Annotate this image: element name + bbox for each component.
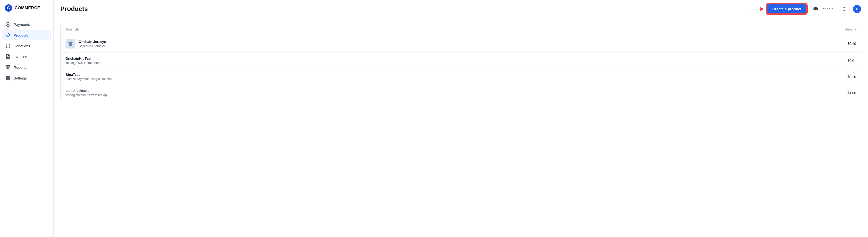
row-left: BinaTest A small payment using alt token…	[65, 73, 112, 81]
product-amount: $0.20	[847, 75, 856, 79]
sidebar-item-label: Invoices	[13, 55, 27, 59]
sidebar-item-reports[interactable]: Reports	[2, 62, 51, 72]
product-info: BinaTest A small payment using alt token…	[65, 73, 112, 81]
sidebar-item-invoices[interactable]: Invoices	[2, 51, 51, 62]
product-info: test checkouts testing checkouts from th…	[65, 89, 107, 97]
product-subtitle: testing checkouts from the api	[65, 93, 107, 97]
svg-point-1	[7, 24, 9, 25]
file-text-icon	[5, 54, 11, 59]
main-content: Products Create a product	[54, 0, 868, 237]
col-amount-label: Amount	[845, 28, 856, 31]
sidebar-item-donations[interactable]: Donations	[2, 41, 51, 51]
product-info: Onchain Jerseys BasedBall Jerseys	[79, 40, 106, 48]
product-name: test checkouts	[65, 89, 107, 93]
sidebar-item-label: Reports	[13, 65, 27, 70]
sidebar-item-label: Payments	[13, 22, 30, 27]
svg-point-22	[844, 10, 845, 11]
sidebar-logo[interactable]: C COMMERCE	[0, 0, 53, 16]
circle-dot-icon	[5, 22, 11, 27]
grid-icon	[842, 7, 847, 11]
sidebar-item-payments[interactable]: Payments	[2, 19, 51, 29]
table-row[interactable]: test checkouts testing checkouts from th…	[61, 85, 861, 101]
gift-icon	[5, 43, 11, 49]
table-row[interactable]: OnchainKit Test Testing OCK Component $0…	[61, 53, 861, 69]
products-table: Description Amount Onchain Jerseys	[60, 24, 861, 101]
settings-icon	[5, 75, 11, 81]
arrow-indicator	[748, 5, 763, 13]
sidebar-item-label: Settings	[13, 76, 27, 80]
page-title: Products	[60, 5, 88, 13]
product-name: Onchain Jerseys	[79, 40, 106, 44]
product-info: OnchainKit Test Testing OCK Component	[65, 57, 100, 64]
svg-rect-7	[6, 65, 10, 69]
row-left: OnchainKit Test Testing OCK Component	[65, 57, 100, 64]
create-product-button[interactable]: Create a product	[767, 4, 807, 14]
sidebar-item-label: Donations	[13, 44, 30, 48]
sidebar-item-label: Products	[13, 33, 28, 37]
svg-point-23	[846, 10, 846, 11]
svg-point-17	[846, 7, 846, 8]
table-row[interactable]: BinaTest A small payment using alt token…	[61, 69, 861, 85]
logo-icon: C	[5, 4, 12, 12]
tag-icon	[5, 32, 11, 38]
product-amount: $1.00	[847, 91, 856, 95]
row-left: Onchain Jerseys BasedBall Jerseys	[65, 39, 106, 49]
get-help-button[interactable]: Get help	[810, 4, 836, 14]
product-subtitle: A small payment using alt tokens	[65, 77, 112, 81]
col-description-label: Description	[65, 28, 81, 31]
product-name: OnchainKit Test	[65, 57, 100, 60]
svg-point-20	[846, 8, 846, 9]
product-amount: $0.01	[847, 59, 856, 63]
sidebar-item-settings[interactable]: Settings	[2, 73, 51, 83]
sidebar-item-products[interactable]: Products	[2, 30, 51, 40]
product-thumbnail	[65, 39, 75, 49]
svg-point-18	[843, 8, 844, 9]
create-product-btn-wrapper: Create a product	[767, 4, 807, 14]
product-amount: $0.10	[847, 42, 856, 46]
product-name: BinaTest	[65, 73, 112, 77]
discord-icon	[813, 6, 818, 11]
svg-point-16	[844, 7, 845, 8]
grid-menu-button[interactable]	[840, 5, 849, 14]
page-header: Products Create a product	[54, 0, 868, 18]
table-row[interactable]: Onchain Jerseys BasedBall Jerseys $0.10	[61, 35, 861, 53]
svg-point-15	[843, 7, 844, 8]
sidebar: C COMMERCE Payments Products	[0, 0, 54, 237]
svg-point-0	[6, 22, 10, 27]
header-actions: Create a product Get help	[748, 4, 861, 14]
app-title: COMMERCE	[14, 6, 40, 10]
sidebar-nav: Payments Products	[0, 16, 53, 86]
bar-chart-icon	[5, 64, 11, 70]
svg-point-12	[7, 78, 9, 79]
svg-point-21	[843, 10, 844, 11]
get-help-label: Get help	[819, 7, 833, 11]
product-subtitle: Testing OCK Component	[65, 61, 100, 64]
table-header: Description Amount	[61, 24, 861, 35]
product-subtitle: BasedBall Jerseys	[79, 44, 106, 48]
row-left: test checkouts testing checkouts from th…	[65, 89, 107, 97]
page-content: Description Amount Onchain Jerseys	[54, 18, 868, 237]
user-avatar[interactable]: P	[853, 5, 861, 13]
svg-point-19	[844, 8, 845, 9]
